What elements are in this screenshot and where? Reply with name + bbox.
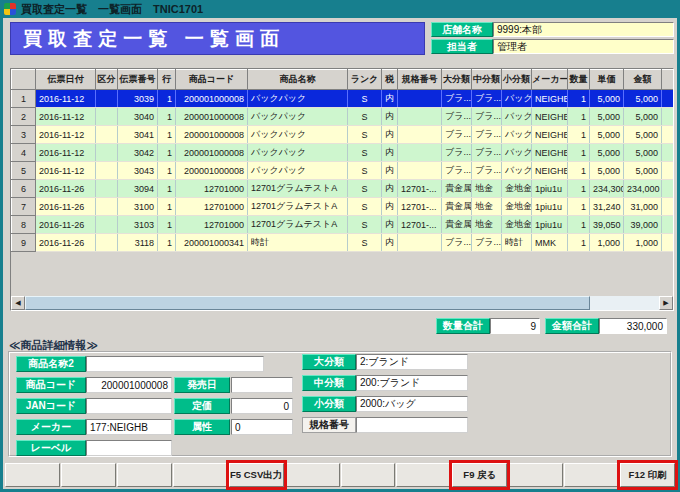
table-cell[interactable]: 12701-... [398,198,442,216]
table-cell[interactable]: 1 [568,234,590,252]
attribute-field[interactable]: 0 [231,419,293,435]
table-cell[interactable]: 内 [382,90,398,108]
table-cell[interactable]: ブラ... [442,162,472,180]
table-cell[interactable]: 1 [568,216,590,234]
function-button-f5[interactable]: F5 CSV出力 [229,463,284,487]
table-cell[interactable]: 2016-11-26 [36,198,96,216]
table-cell[interactable]: 1 [568,90,590,108]
row-number[interactable]: 2 [12,108,36,126]
table-cell[interactable]: 内 [382,162,398,180]
maker-field[interactable]: 177:NEIGHB [86,419,172,435]
table-cell[interactable]: MMK [532,234,568,252]
table-cell[interactable]: バッグ [502,126,532,144]
table-cell[interactable]: ブラ... [472,144,502,162]
table-cell[interactable]: 200001000341 [176,234,248,252]
table-cell[interactable]: 3118 [118,234,158,252]
table-cell[interactable]: ブラ... [442,126,472,144]
table-cell[interactable]: 3039 [118,90,158,108]
function-button-empty[interactable] [564,463,619,487]
table-cell[interactable] [96,162,118,180]
release-date-field[interactable] [231,377,293,393]
table-row[interactable]: 72016-11-26310011270100012701グラムテストAS内12… [12,198,675,216]
table-cell[interactable]: 5,000 [624,144,662,162]
table-cell[interactable]: 貴金属 [442,216,472,234]
table-cell[interactable] [398,90,442,108]
table-cell[interactable] [662,216,675,234]
table-cell[interactable]: ブラ... [442,90,472,108]
table-row[interactable]: 22016-11-1230401200001000008バックパックS内ブラ..… [12,108,675,126]
table-cell[interactable]: 1 [158,180,176,198]
table-cell[interactable]: 12701グラムテストA [248,198,348,216]
function-button-empty[interactable] [173,463,228,487]
table-row[interactable]: 12016-11-1230391200001000008バックパックS内ブラ..… [12,90,675,108]
table-cell[interactable]: ブラ... [442,144,472,162]
scroll-left-icon[interactable]: ◀ [11,296,25,310]
table-cell[interactable]: 貴金属 [442,180,472,198]
table-cell[interactable]: 12701000 [176,180,248,198]
table-cell[interactable]: ブラ... [472,90,502,108]
label-field[interactable] [86,440,172,456]
table-cell[interactable] [662,144,675,162]
row-number[interactable]: 6 [12,180,36,198]
spec-number-field[interactable] [356,417,468,433]
table-cell[interactable]: 金地金 [502,198,532,216]
table-cell[interactable]: 234,000 [624,180,662,198]
table-cell[interactable]: 5,000 [590,126,624,144]
table-cell[interactable]: ブラ... [472,108,502,126]
table-cell[interactable]: バックパック [248,126,348,144]
function-button-empty[interactable] [117,463,172,487]
table-cell[interactable]: 1 [568,108,590,126]
table-cell[interactable]: 5,000 [624,162,662,180]
table-cell[interactable]: 200001000008 [176,144,248,162]
table-cell[interactable]: 内 [382,216,398,234]
table-cell[interactable]: 2016-11-26 [36,234,96,252]
table-cell[interactable]: 1 [568,198,590,216]
table-cell[interactable]: 2016-11-12 [36,90,96,108]
scrollbar-thumb[interactable] [25,296,590,310]
table-cell[interactable]: 2016-11-26 [36,180,96,198]
table-cell[interactable] [96,144,118,162]
minor-category-field[interactable]: 2000:バッグ [356,396,468,412]
table-cell[interactable]: 5,000 [590,90,624,108]
table-cell[interactable]: 時計 [502,234,532,252]
table-cell[interactable]: 貴金属 [442,198,472,216]
table-cell[interactable]: 3043 [118,162,158,180]
table-cell[interactable]: 2016-11-12 [36,126,96,144]
table-cell[interactable]: 3103 [118,216,158,234]
table-cell[interactable] [96,216,118,234]
table-cell[interactable]: 234,300 [590,180,624,198]
table-cell[interactable] [662,198,675,216]
table-cell[interactable]: 2016-11-12 [36,144,96,162]
table-cell[interactable]: 1 [158,234,176,252]
table-cell[interactable]: 12701グラムテストA [248,216,348,234]
function-button-empty[interactable] [508,463,563,487]
table-cell[interactable] [398,108,442,126]
table-cell[interactable]: 5,000 [590,108,624,126]
table-cell[interactable]: 5,000 [624,126,662,144]
table-cell[interactable] [96,108,118,126]
table-cell[interactable]: 1 [568,180,590,198]
table-cell[interactable]: 5,000 [624,108,662,126]
table-cell[interactable] [662,108,675,126]
function-button-f12[interactable]: F12 印刷 [620,463,675,487]
table-cell[interactable]: 200001000008 [176,126,248,144]
table-cell[interactable]: ブラ... [472,234,502,252]
table-row[interactable]: 32016-11-1230411200001000008バックパックS内ブラ..… [12,126,675,144]
table-cell[interactable]: ブラ... [472,126,502,144]
table-cell[interactable] [662,180,675,198]
table-cell[interactable]: バックパック [248,162,348,180]
table-cell[interactable] [96,90,118,108]
table-cell[interactable]: 1 [568,162,590,180]
table-cell[interactable]: 地金 [472,198,502,216]
table-cell[interactable]: NEIGHB [532,90,568,108]
table-cell[interactable]: 3040 [118,108,158,126]
table-cell[interactable]: 200001000008 [176,108,248,126]
function-button-empty[interactable] [61,463,116,487]
table-cell[interactable]: 1 [158,144,176,162]
table-cell[interactable]: バックパック [248,90,348,108]
table-cell[interactable]: バックパック [248,108,348,126]
row-number[interactable]: 1 [12,90,36,108]
table-cell[interactable]: 1 [568,144,590,162]
table-cell[interactable]: S [348,144,382,162]
table-cell[interactable]: S [348,90,382,108]
